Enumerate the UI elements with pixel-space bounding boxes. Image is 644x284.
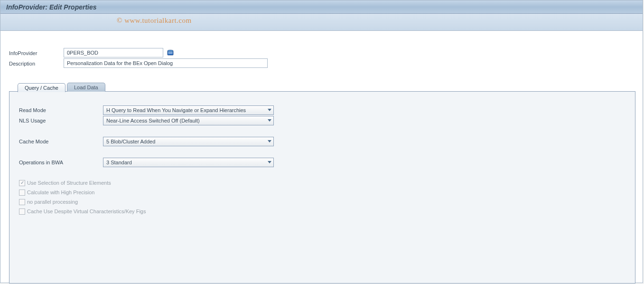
checkbox-label: no parallel processing [27, 199, 78, 205]
checkbox-icon [19, 208, 25, 215]
checkbox-label: Calculate with High Precision [27, 189, 94, 195]
infoprovider-label: InfoProvider [9, 50, 64, 56]
infoprovider-row: InfoProvider [9, 47, 638, 58]
toolbar-strip: © www.tutorialkart.com [0, 14, 643, 31]
ops-bwa-label: Operations in BWA [19, 160, 103, 165]
nls-value: Near-Line Access Switched Off (Default) [106, 118, 200, 123]
chevron-down-icon [268, 109, 271, 111]
ops-bwa-value: 3 Standard [106, 160, 132, 165]
description-input[interactable] [64, 58, 268, 68]
checkbox-high-precision[interactable]: Calculate with High Precision [19, 188, 630, 197]
read-mode-label: Read Mode [19, 107, 103, 113]
checkbox-no-parallel[interactable]: no parallel processing [19, 197, 630, 207]
checkbox-cache-virtual[interactable]: Cache Use Despite Virtual Characteristic… [19, 207, 630, 216]
ops-bwa-select[interactable]: 3 Standard [103, 158, 274, 167]
checkbox-label: Cache Use Despite Virtual Characteristic… [27, 208, 146, 214]
cache-mode-row: Cache Mode 5 Blob/Cluster Added [19, 136, 630, 147]
tab-load-data[interactable]: Load Data [67, 83, 105, 92]
content-area: InfoProvider Description Query / Ca [0, 31, 643, 284]
svg-point-3 [168, 50, 173, 52]
nls-row: NLS Usage Near-Line Access Switched Off … [19, 115, 630, 126]
tab-panel-query-cache: Read Mode H Query to Read When You Navig… [9, 91, 635, 284]
chevron-down-icon [268, 119, 271, 122]
svg-rect-2 [168, 53, 173, 54]
window-title: InfoProvider: Edit Properties [6, 3, 97, 11]
svg-rect-1 [168, 52, 173, 52]
cache-mode-select[interactable]: 5 Blob/Cluster Added [103, 137, 274, 146]
read-mode-row: Read Mode H Query to Read When You Navig… [19, 105, 630, 115]
chevron-down-icon [268, 161, 271, 163]
tab-query-cache[interactable]: Query / Cache [18, 83, 65, 92]
spacer [19, 147, 630, 157]
infoprovider-lookup-icon[interactable] [167, 49, 174, 56]
spacer [19, 168, 630, 178]
title-bar: InfoProvider: Edit Properties [0, 0, 643, 14]
spacer [19, 126, 630, 136]
nls-label: NLS Usage [19, 118, 103, 123]
header-fields: InfoProvider Description [9, 47, 638, 68]
tab-container: Query / Cache Load Data Read Mode H Quer… [9, 83, 638, 284]
read-mode-value: H Query to Read When You Navigate or Exp… [106, 107, 246, 113]
chevron-down-icon [268, 140, 271, 142]
checkbox-icon [19, 189, 25, 196]
infoprovider-input[interactable] [64, 48, 163, 57]
nls-select[interactable]: Near-Line Access Switched Off (Default) [103, 116, 274, 125]
checkbox-icon [19, 199, 25, 205]
watermark-text: © www.tutorialkart.com [117, 17, 192, 25]
app-frame: InfoProvider: Edit Properties © www.tuto… [0, 0, 643, 283]
checkbox-label: Use Selection of Structure Elements [27, 180, 111, 186]
read-mode-select[interactable]: H Query to Read When You Navigate or Exp… [103, 105, 274, 115]
cache-mode-label: Cache Mode [19, 139, 103, 144]
checkbox-icon [19, 180, 25, 186]
description-row: Description [9, 58, 638, 68]
tab-strip: Query / Cache Load Data [18, 83, 638, 92]
ops-bwa-row: Operations in BWA 3 Standard [19, 157, 630, 168]
cache-mode-value: 5 Blob/Cluster Added [106, 139, 155, 144]
checkbox-structure-elements[interactable]: Use Selection of Structure Elements [19, 178, 630, 188]
description-label: Description [9, 60, 64, 66]
